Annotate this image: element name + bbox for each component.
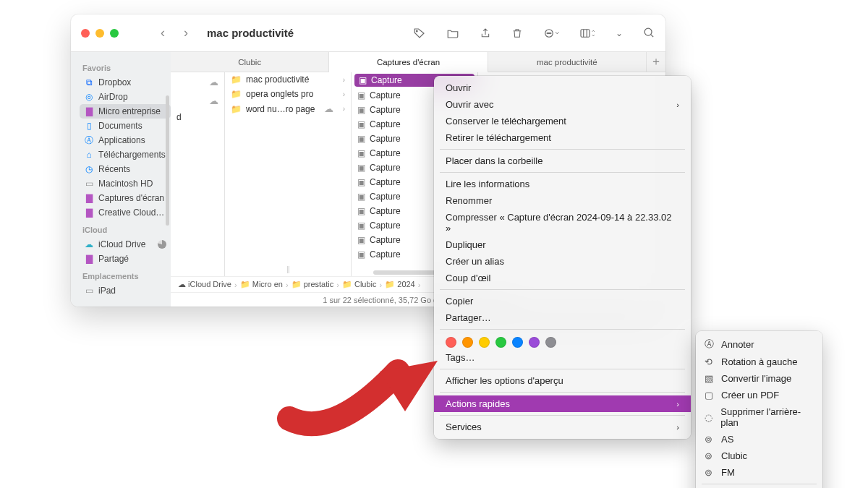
disk-icon: ▭ [84, 179, 94, 189]
folder-icon: ▇ [84, 207, 94, 218]
column-item[interactable]: 📁mac productivité› [225, 72, 351, 87]
progress-icon [158, 240, 166, 249]
column-item[interactable]: 📁word nu…ro page☁› [225, 101, 351, 116]
tag-color-dot[interactable] [529, 337, 540, 348]
column-item[interactable]: d [171, 110, 224, 124]
menu-item-keep-download[interactable]: Conserver le téléchargement [434, 113, 691, 129]
sidebar-item-micro-entreprise[interactable]: ▇Micro entreprise [80, 104, 171, 119]
path-segment[interactable]: 📁 prestatic [292, 280, 334, 289]
sidebar-item-icloud-drive[interactable]: ☁iCloud Drive [80, 237, 171, 252]
menu-item-duplicate[interactable]: Dupliquer [434, 236, 691, 253]
menu-separator [702, 484, 817, 484]
tab-captures[interactable]: Captures d'écran [329, 52, 488, 72]
image-file-icon: ▣ [357, 221, 365, 231]
tab-bar: Clubic Captures d'écran mac productivité… [171, 52, 665, 72]
tag-color-dot[interactable] [462, 337, 473, 348]
workflow-icon: ⊚ [705, 434, 715, 445]
chevron-down-icon[interactable]: ⌄ [616, 28, 623, 38]
menu-separator [440, 172, 685, 173]
cloud-download-icon[interactable]: ☁ [209, 95, 218, 106]
forward-button[interactable]: › [178, 25, 194, 41]
menu-separator [440, 289, 685, 290]
back-button[interactable]: ‹ [155, 25, 171, 41]
submenu-item-fm[interactable]: ⊚FM [696, 464, 822, 481]
menu-item-preview-options[interactable]: Afficher les options d'aperçu [434, 372, 691, 389]
menu-item-info[interactable]: Lire les informations [434, 176, 691, 192]
menu-item-quicklook[interactable]: Coup d'œil [434, 270, 691, 286]
tab-clubic[interactable]: Clubic [171, 52, 329, 72]
column-resize-handle[interactable]: ‖ [225, 265, 351, 273]
path-segment[interactable]: 📁 Micro en [240, 280, 283, 289]
sidebar-item-macintosh-hd[interactable]: ▭Macintosh HD [80, 176, 171, 191]
toolbar-actions: ⌄ [413, 27, 655, 40]
menu-item-copy[interactable]: Copier [434, 293, 691, 309]
submenu-item-as[interactable]: ⊚AS [696, 431, 822, 448]
menu-item-remove-download[interactable]: Retirer le téléchargement [434, 129, 691, 146]
sidebar-item-dropbox[interactable]: ⧉Dropbox [80, 75, 171, 90]
tag-icon[interactable] [413, 27, 426, 40]
submenu-item-convert[interactable]: ▧Convertir l'image [696, 370, 822, 387]
image-file-icon: ▣ [357, 235, 365, 245]
close-icon[interactable] [81, 29, 90, 38]
minimize-icon[interactable] [95, 29, 104, 38]
sidebar-item-recents[interactable]: ◷Récents [80, 162, 171, 176]
menu-item-share[interactable]: Partager… [434, 309, 691, 326]
tag-color-dot[interactable] [545, 337, 556, 348]
tab-mac-productivite[interactable]: mac productivité [488, 52, 647, 72]
sidebar-item-airdrop[interactable]: ◎AirDrop [80, 90, 171, 104]
menu-item-trash[interactable]: Placer dans la corbeille [434, 153, 691, 169]
sidebar-item-partage[interactable]: ▇Partagé [80, 252, 171, 266]
submenu-item-annoter[interactable]: ⒶAnnoter [696, 335, 822, 354]
cloud-download-icon[interactable]: ☁ [209, 77, 218, 87]
sidebar-item-applications[interactable]: ⒶApplications [80, 133, 171, 147]
menu-item-tags[interactable]: Tags… [434, 349, 691, 366]
submenu-item-rotation[interactable]: ⟲Rotation à gauche [696, 354, 822, 370]
toolbar: ‹ › mac productivité ⌄ [71, 14, 665, 52]
sidebar-section-icloud: iCloud [82, 226, 171, 234]
path-segment[interactable]: 📁 Clubic [342, 280, 377, 289]
menu-separator [440, 149, 685, 150]
submenu-item-remove-bg[interactable]: ◌Supprimer l'arrière-plan [696, 403, 822, 431]
menu-item-quick-actions[interactable]: Actions rapides› [434, 395, 691, 412]
search-icon[interactable] [643, 27, 655, 39]
maximize-icon[interactable] [110, 29, 119, 38]
view-icon[interactable] [579, 27, 595, 40]
tag-color-dot[interactable] [495, 337, 506, 348]
rotate-icon: ⟲ [705, 356, 715, 367]
folder-icon: 📁 [231, 104, 242, 114]
tag-color-dot[interactable] [446, 337, 456, 348]
column-item[interactable]: 📁opera onglets pro› [225, 87, 351, 101]
add-tab-button[interactable]: ＋ [647, 52, 665, 72]
applications-icon: Ⓐ [84, 135, 94, 145]
menu-item-services[interactable]: Services› [434, 419, 691, 435]
sidebar-item-creative-cloud[interactable]: ▇Creative Cloud… [80, 205, 171, 220]
more-icon[interactable] [543, 27, 559, 40]
sidebar-item-documents[interactable]: ▯Documents [80, 119, 171, 133]
tag-color-dot[interactable] [479, 337, 490, 348]
submenu-item-pdf[interactable]: ▢Créer un PDF [696, 387, 822, 403]
sidebar-item-captures[interactable]: ▇Captures d'écran [80, 191, 171, 205]
path-segment[interactable]: 📁 2024 [385, 280, 415, 289]
menu-item-rename[interactable]: Renommer [434, 192, 691, 209]
share-icon[interactable] [480, 27, 491, 40]
image-file-icon: ▣ [357, 90, 365, 100]
chevron-right-icon: › [343, 90, 345, 98]
folder-action-icon[interactable] [446, 27, 459, 40]
menu-item-alias[interactable]: Créer un alias [434, 253, 691, 270]
cloud-icon: ☁ [84, 239, 94, 249]
trash-icon[interactable] [511, 27, 523, 40]
sidebar-item-ipad[interactable]: ▭iPad [80, 283, 171, 298]
submenu-item-clubic[interactable]: ⊚Clubic [696, 448, 822, 464]
tag-color-dot[interactable] [512, 337, 523, 348]
menu-item-open-with[interactable]: Ouvrir avec› [434, 96, 691, 113]
path-segment[interactable]: ☁ iCloud Drive [178, 280, 231, 289]
menu-item-compress[interactable]: Compresser « Capture d'écran 2024-09-14 … [434, 209, 691, 236]
pdf-icon: ▢ [705, 390, 715, 401]
sidebar-scrollbar[interactable] [166, 95, 169, 226]
image-file-icon: ▣ [357, 163, 365, 173]
menu-item-open[interactable]: Ouvrir [434, 80, 691, 96]
shared-icon: ▇ [84, 254, 94, 264]
chevron-right-icon: › [676, 400, 679, 408]
sidebar-item-downloads[interactable]: ⌂Téléchargements [80, 147, 171, 162]
svg-point-2 [547, 33, 548, 33]
